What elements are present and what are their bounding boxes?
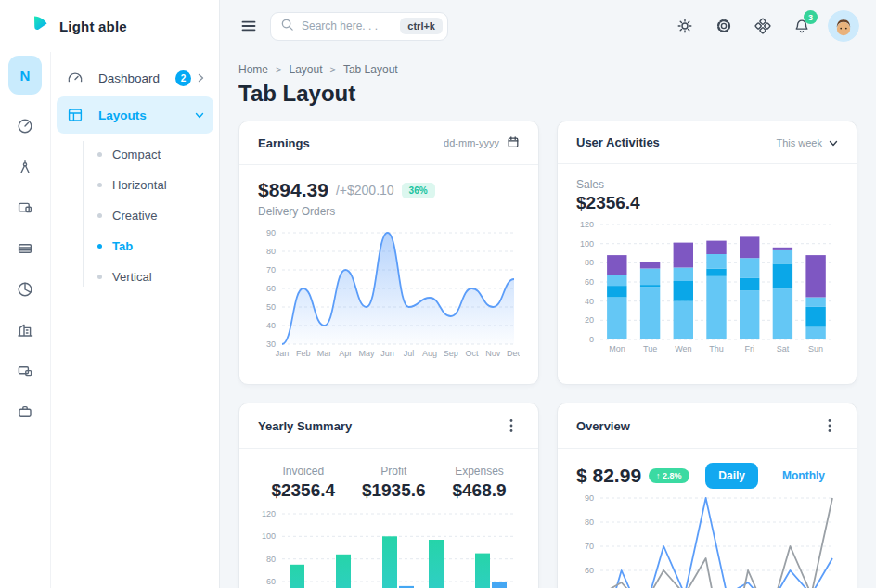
notification-count-badge: 3: [804, 10, 818, 24]
yearly-summary-chart: 020406080100120: [258, 508, 520, 588]
svg-text:Thu: Thu: [709, 344, 724, 353]
user-activities-chart: 020406080100120MonTueWenThuFriSatSun: [576, 219, 838, 354]
user-activities-card-header: User Activities This week: [558, 121, 857, 164]
sidebar-item-creative[interactable]: Creative: [57, 200, 213, 231]
apps-grid-icon[interactable]: [746, 9, 779, 43]
date-picker[interactable]: dd-mm-yyyy: [444, 135, 520, 150]
chevron-down-icon: [195, 112, 204, 119]
sales-label: Sales: [576, 178, 838, 191]
svg-text:Nov: Nov: [485, 349, 501, 358]
header-actions: 3: [668, 9, 859, 43]
svg-text:Sat: Sat: [777, 344, 790, 353]
week-filter-dropdown[interactable]: This week: [776, 137, 838, 148]
user-avatar[interactable]: [828, 10, 859, 42]
sidebar-subitem-label: Tab: [112, 239, 133, 253]
breadcrumb-layout[interactable]: Layout: [289, 63, 322, 76]
notifications-bell-icon[interactable]: 3: [785, 9, 818, 43]
week-filter-label: This week: [776, 137, 822, 148]
dashboard-gauge-icon: [66, 70, 84, 86]
svg-text:40: 40: [585, 297, 594, 306]
page-content: Home > Layout > Tab Layout Tab Layout Ea…: [220, 52, 876, 588]
rail-profile-initial[interactable]: N: [8, 56, 42, 95]
user-activities-card: User Activities This week Sales $2356.4 …: [557, 121, 857, 385]
theme-sun-icon[interactable]: [668, 9, 702, 43]
user-icon[interactable]: [0, 147, 50, 187]
svg-text:80: 80: [585, 258, 594, 267]
settings-gear-icon[interactable]: [707, 9, 741, 43]
svg-text:100: 100: [580, 239, 594, 249]
card-title: Earnings: [258, 136, 310, 150]
svg-text:Fri: Fri: [744, 344, 754, 353]
earnings-amount: $894.39: [258, 179, 328, 201]
svg-text:Oct: Oct: [465, 349, 479, 358]
svg-text:20: 20: [585, 315, 594, 325]
layouts-submenu: Compact Horizontal Creative Tab: [57, 139, 213, 292]
earnings-card-header: Earnings dd-mm-yyyy: [239, 121, 538, 165]
svg-text:80: 80: [585, 518, 594, 527]
sidebar-item-tab[interactable]: Tab: [57, 231, 213, 262]
pie-chart-icon[interactable]: [0, 269, 50, 310]
earnings-card: Earnings dd-mm-yyyy $894.39 /+$200.10: [238, 121, 539, 385]
stat-label: Profit: [362, 465, 426, 478]
stat-label: Invoiced: [271, 465, 335, 478]
bullet-icon: [97, 244, 102, 249]
tab-daily[interactable]: Daily: [705, 463, 758, 489]
sidebar-nav: Dashboard 2 Layouts: [51, 52, 219, 588]
brand[interactable]: Light able: [0, 0, 219, 52]
svg-text:Sep: Sep: [444, 349, 458, 358]
overview-card-body: $ 82.99 ↑ 2.8% Daily Monthly 30405060708…: [558, 449, 857, 588]
search-input[interactable]: [302, 19, 393, 32]
sidebar-item-compact[interactable]: Compact: [57, 139, 213, 170]
search-shortcut-badge: ctrl+k: [400, 18, 443, 34]
bullet-icon: [97, 275, 102, 279]
gauge-icon[interactable]: [0, 106, 50, 147]
svg-text:80: 80: [266, 247, 276, 256]
yearly-summary-card: Yearly Summary Invoiced $2356.4: [238, 403, 539, 588]
stat-value: $468.9: [452, 480, 506, 501]
sidebar-item-dashboard[interactable]: Dashboard 2: [57, 59, 213, 96]
stat-value: $1935.6: [362, 480, 426, 501]
svg-text:70: 70: [266, 265, 276, 275]
hamburger-menu-icon[interactable]: [240, 18, 257, 34]
icon-rail: N: [0, 52, 51, 588]
overview-growth-badge: ↑ 2.8%: [649, 468, 689, 483]
svg-text:30: 30: [266, 339, 276, 349]
breadcrumb-home[interactable]: Home: [238, 63, 268, 76]
page-title: Tab Layout: [238, 81, 857, 107]
card-title: Overview: [576, 419, 630, 433]
sidebar-item-layouts[interactable]: Layouts: [57, 96, 213, 134]
search-icon: [280, 18, 294, 35]
kebab-menu-icon[interactable]: [503, 417, 520, 434]
devices-icon[interactable]: [0, 351, 50, 391]
svg-text:Mon: Mon: [609, 344, 625, 353]
table-icon[interactable]: [0, 228, 50, 269]
overview-card-header: Overview: [558, 403, 857, 449]
svg-text:Feb: Feb: [296, 349, 311, 358]
sidebar-item-vertical[interactable]: Vertical: [57, 262, 213, 292]
svg-text:70: 70: [585, 542, 594, 551]
sidebar-subitem-label: Vertical: [112, 270, 152, 284]
top-header: ctrl+k 3: [220, 0, 876, 52]
earnings-card-body: $894.39 /+$200.10 36% Delivery Orders 30…: [239, 165, 538, 364]
overview-summary-row: $ 82.99 ↑ 2.8% Daily Monthly: [576, 463, 838, 489]
earnings-percent-badge: 36%: [402, 183, 435, 198]
breadcrumb-separator: >: [329, 64, 335, 75]
stat-expenses: Expenses $468.9: [452, 465, 506, 501]
card-title: Yearly Summary: [258, 419, 352, 433]
cards-grid: Earnings dd-mm-yyyy $894.39 /+$200.10: [238, 121, 857, 588]
bullet-icon: [97, 152, 102, 157]
sidebar-item-horizontal[interactable]: Horizontal: [57, 170, 213, 200]
stat-profit: Profit $1935.6: [362, 465, 426, 501]
svg-text:Mar: Mar: [317, 349, 332, 358]
app-root: Light able N: [0, 0, 876, 588]
widget-icon[interactable]: [0, 187, 50, 228]
search-box[interactable]: ctrl+k: [270, 12, 448, 41]
kebab-menu-icon[interactable]: [821, 417, 838, 434]
briefcase-icon[interactable]: [0, 391, 50, 432]
tab-monthly[interactable]: Monthly: [769, 463, 838, 489]
svg-text:90: 90: [585, 493, 594, 503]
yearly-summary-card-body: Invoiced $2356.4 Profit $1935.6 Expenses…: [239, 449, 538, 588]
building-icon[interactable]: [0, 310, 50, 351]
svg-text:60: 60: [585, 566, 594, 575]
breadcrumb-separator: >: [276, 64, 281, 75]
